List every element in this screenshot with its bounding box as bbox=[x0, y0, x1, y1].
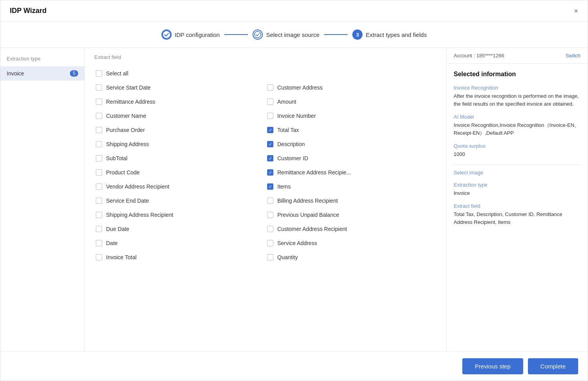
field-label-quantity: Quantity bbox=[277, 254, 298, 260]
field-invoice-number[interactable]: Invoice Number bbox=[266, 109, 437, 123]
checkbox-description[interactable] bbox=[267, 141, 273, 147]
field-label-customer-address: Customer Address bbox=[277, 84, 322, 91]
checkbox-customer-address-recipient[interactable] bbox=[267, 226, 273, 232]
checkbox-subtotal[interactable] bbox=[96, 155, 102, 161]
checkbox-shipping-address-recipient[interactable] bbox=[96, 212, 102, 218]
checkbox-product-code[interactable] bbox=[96, 169, 102, 176]
info-label-ai-model: AI Model bbox=[454, 114, 581, 120]
complete-button[interactable]: Complete bbox=[528, 358, 578, 374]
checkbox-remittance-address-recipient[interactable] bbox=[267, 169, 273, 176]
checkbox-billing-address-recipient[interactable] bbox=[267, 198, 273, 204]
field-amount[interactable]: Amount bbox=[266, 95, 437, 109]
info-title: Selected information bbox=[454, 71, 581, 78]
field-date[interactable]: Date bbox=[94, 236, 266, 250]
info-value-extraction-type: Invoice bbox=[454, 189, 581, 197]
field-service-end-date[interactable]: Service End Date bbox=[94, 194, 266, 208]
field-label-invoice-number: Invoice Number bbox=[277, 113, 316, 119]
extraction-type-label: Extraction type bbox=[0, 56, 84, 66]
field-customer-address[interactable]: Customer Address bbox=[266, 81, 437, 95]
field-label-service-address: Service Address bbox=[277, 240, 317, 246]
account-label: Account : 185****1266 bbox=[454, 53, 504, 59]
checkbox-invoice-number[interactable] bbox=[267, 113, 273, 119]
info-section-extract-field: Extract field Total Tax, Description, Cu… bbox=[454, 203, 581, 226]
checkbox-previous-unpaid-balance[interactable] bbox=[267, 212, 273, 218]
extraction-type-name: Invoice bbox=[7, 70, 24, 77]
step-1-label: IDP configuration bbox=[175, 31, 220, 38]
checkbox-service-address[interactable] bbox=[267, 240, 273, 246]
field-invoice-total[interactable]: Invoice Total bbox=[94, 250, 266, 264]
field-select-all[interactable]: Select all bbox=[94, 66, 437, 81]
checkbox-invoice-total[interactable] bbox=[96, 254, 102, 260]
info-section-invoice-recognition: Invoice Recognition After the invoice re… bbox=[454, 85, 581, 108]
field-customer-name[interactable]: Customer Name bbox=[94, 109, 266, 123]
field-label-invoice-total: Invoice Total bbox=[106, 254, 137, 260]
divider-1 bbox=[454, 165, 581, 165]
field-service-address[interactable]: Service Address bbox=[266, 236, 437, 250]
footer: Previous step Complete bbox=[0, 352, 588, 381]
step-1-circle bbox=[161, 29, 172, 40]
extraction-type-badge: 5 bbox=[70, 70, 78, 77]
field-remittance-address-recipient[interactable]: Remittance Address Recipie... bbox=[266, 165, 437, 180]
extraction-type-invoice[interactable]: Invoice 5 bbox=[0, 66, 84, 81]
field-label-customer-address-recipient: Customer Address Recipient bbox=[277, 226, 347, 232]
info-value-invoice-recognition: After the invoice recognition is perform… bbox=[454, 92, 581, 108]
checkbox-items[interactable] bbox=[267, 183, 273, 190]
middle-panel: Extract field Select all Service Start D… bbox=[85, 48, 446, 352]
field-label-billing-address-recipient: Billing Address Recipient bbox=[277, 198, 338, 204]
field-total-tax[interactable]: Total Tax bbox=[266, 123, 437, 137]
field-billing-address-recipient[interactable]: Billing Address Recipient bbox=[266, 194, 437, 208]
checkbox-customer-address[interactable] bbox=[267, 84, 273, 91]
field-customer-address-recipient[interactable]: Customer Address Recipient bbox=[266, 222, 437, 236]
checkbox-remittance-address[interactable] bbox=[96, 99, 102, 105]
field-quantity[interactable]: Quantity bbox=[266, 250, 437, 264]
field-purchase-order[interactable]: Purchase Order bbox=[94, 123, 266, 137]
field-label-due-date: Due Date bbox=[106, 226, 129, 232]
field-shipping-address[interactable]: Shipping Address bbox=[94, 137, 266, 151]
field-previous-unpaid-balance[interactable]: Previous Unpaid Balance bbox=[266, 208, 437, 222]
field-label-remittance-address-recipient: Remittance Address Recipie... bbox=[277, 169, 351, 176]
checkbox-select-all[interactable] bbox=[96, 70, 102, 77]
field-subtotal[interactable]: SubTotal bbox=[94, 151, 266, 165]
checkbox-vendor-address-recipient[interactable] bbox=[96, 183, 102, 190]
content-area: Extraction type Invoice 5 Extract field … bbox=[0, 48, 588, 352]
step-extract-types: 3 Extract types and fields bbox=[352, 29, 427, 40]
checkbox-total-tax[interactable] bbox=[267, 127, 273, 133]
checkbox-purchase-order[interactable] bbox=[96, 127, 102, 133]
checkbox-service-start-date[interactable] bbox=[96, 84, 102, 91]
step-line-2 bbox=[324, 34, 348, 35]
field-label-subtotal: SubTotal bbox=[106, 155, 127, 161]
field-product-code[interactable]: Product Code bbox=[94, 165, 266, 180]
idp-wizard-dialog: IDP Wizard × IDP configuration Selec bbox=[0, 0, 588, 381]
stepper: IDP configuration Select image source 3 … bbox=[0, 22, 588, 48]
field-label-shipping-address: Shipping Address bbox=[106, 141, 149, 147]
field-shipping-address-recipient[interactable]: Shipping Address Recipient bbox=[94, 208, 266, 222]
dialog-header: IDP Wizard × bbox=[0, 0, 588, 22]
field-label-vendor-address-recipient: Vendor Address Recipient bbox=[106, 183, 169, 190]
checkbox-shipping-address[interactable] bbox=[96, 141, 102, 147]
previous-step-button[interactable]: Previous step bbox=[462, 358, 523, 374]
field-remittance-address[interactable]: Remittance Address bbox=[94, 95, 266, 109]
close-button[interactable]: × bbox=[574, 7, 578, 15]
step-idp-config: IDP configuration bbox=[161, 29, 220, 40]
field-label-remittance-address: Remittance Address bbox=[106, 99, 155, 105]
field-vendor-address-recipient[interactable]: Vendor Address Recipient bbox=[94, 180, 266, 194]
checkbox-amount[interactable] bbox=[267, 99, 273, 105]
checkbox-service-end-date[interactable] bbox=[96, 198, 102, 204]
checkbox-due-date[interactable] bbox=[96, 226, 102, 232]
checkbox-customer-name[interactable] bbox=[96, 113, 102, 119]
field-due-date[interactable]: Due Date bbox=[94, 222, 266, 236]
field-items[interactable]: Items bbox=[266, 180, 437, 194]
info-label-quota-surplus: Quota surplus bbox=[454, 143, 581, 149]
fields-grid: Service Start Date Customer Address Remi… bbox=[94, 81, 437, 264]
field-description[interactable]: Description bbox=[266, 137, 437, 151]
field-service-start-date[interactable]: Service Start Date bbox=[94, 81, 266, 95]
info-value-extract-field: Total Tax, Description, Customer ID, Rem… bbox=[454, 211, 581, 226]
field-label-description: Description bbox=[277, 141, 305, 147]
checkbox-quantity[interactable] bbox=[267, 254, 273, 260]
field-label-date: Date bbox=[106, 240, 118, 246]
switch-link[interactable]: Switch bbox=[566, 53, 581, 59]
field-customer-id[interactable]: Customer ID bbox=[266, 151, 437, 165]
checkbox-customer-id[interactable] bbox=[267, 155, 273, 161]
checkbox-date[interactable] bbox=[96, 240, 102, 246]
step-2-circle bbox=[253, 29, 263, 40]
